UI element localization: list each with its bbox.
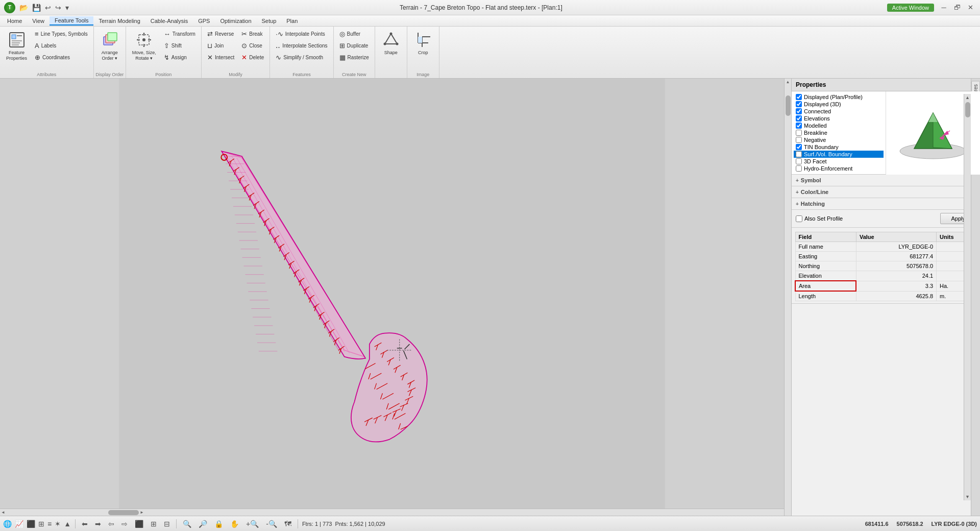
- menu-home[interactable]: Home: [2, 17, 27, 25]
- flag-modelled-checkbox[interactable]: [796, 123, 802, 129]
- feature-properties-button[interactable]: FeatureProperties: [3, 29, 30, 63]
- pan-button[interactable]: ✋: [228, 519, 241, 528]
- coordinates-button[interactable]: ⊕ Coordinates: [32, 52, 90, 63]
- status-star-icon[interactable]: ✶: [55, 520, 61, 528]
- menu-feature-tools[interactable]: Feature Tools: [50, 16, 93, 26]
- flag-displayed-3d[interactable]: Displayed (3D): [794, 101, 884, 108]
- props-scroll-down[interactable]: ▼: [964, 493, 971, 500]
- map-button[interactable]: 🗺: [282, 519, 293, 528]
- zoom-lock-button[interactable]: 🔒: [212, 519, 225, 528]
- flag-hydro-enforcement[interactable]: Hydro-Enforcement: [794, 165, 884, 172]
- buffer-button[interactable]: ◎ Buffer: [337, 29, 372, 39]
- canvas-area[interactable]: ▲ ◄ ►: [0, 79, 791, 516]
- restore-button[interactable]: 🗗: [951, 2, 963, 13]
- properties-vertical-scrollbar[interactable]: ▲ ▼: [964, 94, 971, 500]
- flag-negative[interactable]: Negative: [794, 136, 884, 143]
- flag-hydro-enforcement-checkbox[interactable]: [796, 165, 802, 172]
- flag-displayed-3d-checkbox[interactable]: [796, 101, 802, 107]
- zoom-in-button[interactable]: 🔍: [181, 519, 193, 528]
- reverse-button[interactable]: ⇄ Reverse: [205, 29, 237, 39]
- status-triangle-icon[interactable]: ▲: [64, 520, 71, 528]
- scroll-up-arrow[interactable]: ▲: [785, 79, 791, 85]
- break-button[interactable]: ✂ Break: [239, 29, 266, 39]
- symbol-section-header[interactable]: + Symbol: [794, 176, 978, 185]
- delete-button[interactable]: ✕ Delete: [239, 52, 266, 63]
- flag-breakline[interactable]: Breakline: [794, 129, 884, 136]
- menu-gps[interactable]: GPS: [193, 17, 215, 25]
- interpolate-points-button[interactable]: ·∿ Interpolate Points: [273, 29, 330, 39]
- flag-surf-vol-boundary[interactable]: Surf./Vol. Boundary: [794, 151, 884, 158]
- flag-displayed-plan[interactable]: Displayed (Plan/Profile): [794, 93, 884, 101]
- open-icon[interactable]: 📂: [18, 3, 29, 13]
- hatching-section-header[interactable]: + Hatching: [794, 199, 978, 208]
- props-scroll-thumb[interactable]: [965, 102, 970, 117]
- crop-button[interactable]: Crop: [410, 29, 436, 58]
- rasterize-button[interactable]: ▦ Rasterize: [337, 52, 372, 63]
- also-set-profile-checkbox[interactable]: [796, 215, 802, 222]
- minimize-button[interactable]: ─: [938, 2, 949, 13]
- nav-split-h-button[interactable]: ⊞: [149, 519, 159, 528]
- dropdown-arrow-icon[interactable]: ▾: [64, 3, 70, 13]
- menu-optimization[interactable]: Optimization: [215, 17, 256, 25]
- simplify-smooth-button[interactable]: ∿ Simplify / Smooth: [273, 52, 330, 63]
- line-types-button[interactable]: ≡ Line Types, Symbols: [32, 29, 90, 39]
- flag-3d-facet-checkbox[interactable]: [796, 158, 802, 164]
- redo-icon[interactable]: ↪: [54, 3, 62, 13]
- menu-cable-analysis[interactable]: Cable-Analysis: [145, 17, 193, 25]
- transform-button[interactable]: ↔ Transform: [161, 29, 198, 39]
- menu-plan[interactable]: Plan: [281, 17, 303, 25]
- menu-terrain-modeling[interactable]: Terrain Modeling: [93, 17, 145, 25]
- props-scroll-up[interactable]: ▲: [964, 94, 971, 101]
- arrange-order-button[interactable]: ArrangeOrder ▾: [97, 29, 122, 63]
- nav-split-v-button[interactable]: ⊟: [162, 519, 172, 528]
- status-lines-icon[interactable]: ≡: [47, 520, 52, 528]
- undo-icon[interactable]: ↩: [44, 3, 52, 13]
- flag-connected[interactable]: Connected: [794, 108, 884, 115]
- nav-prev-button[interactable]: ⬅: [80, 519, 90, 528]
- drawing-canvas[interactable]: [0, 79, 784, 509]
- zoom-in2-button[interactable]: +🔍: [244, 519, 261, 528]
- flag-surf-vol-checkbox[interactable]: [796, 151, 802, 157]
- status-chart-icon[interactable]: 📈: [15, 520, 23, 528]
- menu-setup[interactable]: Setup: [257, 17, 282, 25]
- flag-tin-boundary[interactable]: TIN Boundary: [794, 143, 884, 151]
- scroll-right-arrow[interactable]: ►: [139, 509, 145, 516]
- canvas-horizontal-scrollbar[interactable]: ◄ ►: [0, 509, 784, 516]
- scroll-thumb-horizontal[interactable]: [108, 510, 139, 515]
- flag-connected-checkbox[interactable]: [796, 108, 802, 114]
- nav-first-button[interactable]: ⇦: [106, 519, 116, 528]
- save-icon[interactable]: 💾: [31, 3, 42, 13]
- duplicate-button[interactable]: ⊞ Duplicate: [337, 40, 372, 51]
- flag-elevations-checkbox[interactable]: [796, 115, 802, 122]
- interpolate-sections-button[interactable]: ‥ Interpolate Sections: [273, 40, 330, 51]
- canvas-vertical-scrollbar[interactable]: ▲: [784, 79, 791, 516]
- close-button[interactable]: ⊙ Close: [239, 40, 266, 51]
- move-size-button[interactable]: Move, Size,Rotate ▾: [129, 29, 159, 63]
- assign-button[interactable]: ↯ Assign: [161, 52, 198, 63]
- zoom-out2-button[interactable]: -🔍: [264, 519, 279, 528]
- also-set-profile-label[interactable]: Also Set Profile: [796, 215, 843, 222]
- flag-3d-facet[interactable]: 3D Facet: [794, 158, 884, 165]
- color-line-section-header[interactable]: + Color/Line: [794, 187, 978, 197]
- flag-displayed-plan-checkbox[interactable]: [796, 94, 802, 100]
- nav-square-button[interactable]: ⬛: [133, 519, 145, 528]
- flag-breakline-checkbox[interactable]: [796, 130, 802, 136]
- flag-elevations[interactable]: Elevations: [794, 115, 884, 122]
- status-square-icon[interactable]: ⬛: [27, 520, 35, 528]
- menu-view[interactable]: View: [27, 17, 50, 25]
- shift-button[interactable]: ⇧ Shift: [161, 40, 198, 51]
- flag-negative-checkbox[interactable]: [796, 137, 802, 143]
- intersect-button[interactable]: ✕ Intersect: [205, 52, 237, 63]
- join-button[interactable]: ⊔ Join: [205, 40, 237, 51]
- shape-button[interactable]: Shape: [378, 29, 404, 58]
- status-globe-icon[interactable]: 🌐: [3, 520, 12, 528]
- status-grid-icon[interactable]: ⊞: [38, 520, 44, 528]
- scroll-thumb-vertical[interactable]: [786, 95, 791, 116]
- active-window-button[interactable]: Active Window: [887, 4, 934, 12]
- nav-next-button[interactable]: ➡: [93, 519, 103, 528]
- close-button[interactable]: ✕: [965, 2, 976, 13]
- zoom-out-button[interactable]: 🔎: [197, 519, 209, 528]
- nav-last-button[interactable]: ⇨: [119, 519, 130, 528]
- labels-button[interactable]: A Labels: [32, 40, 90, 51]
- flag-modelled[interactable]: Modelled: [794, 122, 884, 129]
